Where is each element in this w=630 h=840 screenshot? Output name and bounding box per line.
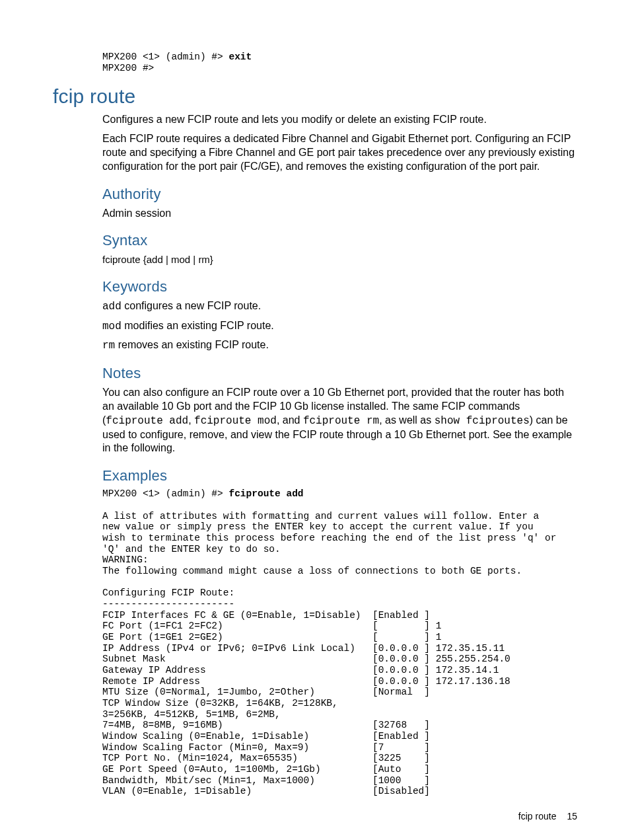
keyword-add: add configures a new FCIP route. [102, 299, 577, 314]
intro-para-1: Configures a new FCIP route and lets you… [102, 113, 577, 127]
kw-rm-desc: removes an existing FCIP route. [115, 339, 269, 350]
page-content: MPX200 <1> (admin) #> exit MPX200 #> fci… [0, 0, 630, 797]
examples-head: Examples [102, 467, 577, 484]
kw-rm: rm [102, 340, 115, 352]
kw-mod: mod [102, 321, 122, 332]
examples-block: MPX200 <1> (admin) #> fciproute add A li… [102, 488, 577, 797]
top-code-block: MPX200 <1> (admin) #> exit MPX200 #> [53, 52, 577, 73]
notes-head: Notes [102, 365, 577, 382]
ex-body: A list of attributes with formatting and… [102, 511, 556, 797]
intro-para-2: Each FCIP route requires a dedicated Fib… [102, 132, 577, 173]
keyword-mod: mod modifies an existing FCIP route. [102, 319, 577, 334]
authority-body: Admin session [102, 207, 577, 221]
authority-head: Authority [102, 186, 577, 203]
prompt-text: MPX200 <1> (admin) #> [102, 52, 228, 62]
keywords-head: Keywords [102, 278, 577, 295]
kw-add: add [102, 301, 122, 313]
footer-label: fcip route [518, 811, 557, 821]
notes-body: You can also configure an FCIP route ove… [102, 386, 577, 455]
keyword-rm: rm removes an existing FCIP route. [102, 338, 577, 353]
exit-cmd: exit [228, 52, 252, 62]
syntax-line: fciproute {add | mod | rm} [102, 253, 577, 266]
section-title: fcip route [53, 85, 577, 108]
ex-cmd: fciproute add [228, 488, 303, 499]
ex-prompt: MPX200 <1> (admin) #> [102, 488, 228, 499]
kw-mod-desc: modifies an existing FCIP route. [122, 320, 274, 331]
footer-page: 15 [567, 811, 577, 821]
page-footer: fcip route15 [518, 811, 577, 821]
prompt-line-2: MPX200 #> [102, 63, 154, 73]
syntax-head: Syntax [102, 232, 577, 249]
kw-add-desc: configures a new FCIP route. [122, 300, 261, 311]
